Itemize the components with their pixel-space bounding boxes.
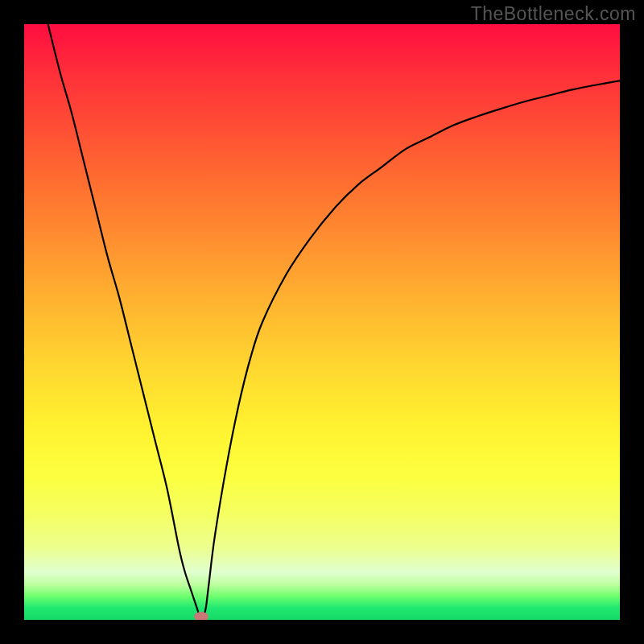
watermark-text: TheBottleneck.com [471, 3, 636, 25]
optimum-marker [194, 612, 208, 620]
chart-plot-area [24, 24, 620, 620]
bottleneck-curve [24, 24, 620, 620]
